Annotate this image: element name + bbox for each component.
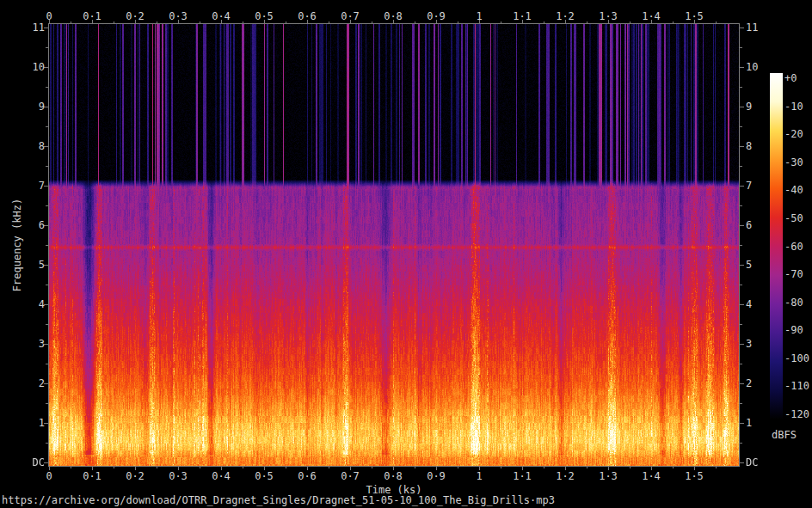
x-axis-minor-tick <box>673 467 674 468</box>
y-axis-tick-label: DC <box>17 457 45 468</box>
y-axis-major-tick <box>740 186 744 187</box>
x-axis-minor-tick <box>544 21 544 23</box>
x-axis-tick-label: 0·6 <box>290 471 324 482</box>
x-axis-tick-label: 1·2 <box>548 11 582 22</box>
y-axis-minor-tick <box>740 443 742 444</box>
y-axis-minor-tick <box>740 205 742 206</box>
y-axis-minor-tick <box>740 324 742 325</box>
x-axis-minor-tick <box>415 21 415 23</box>
x-axis-tick-label: 0·6 <box>290 11 324 22</box>
y-axis-minor-tick <box>46 87 48 88</box>
colorbar-tick-label: -110 <box>784 381 812 392</box>
colorbar-gradient <box>770 73 783 419</box>
x-axis-tick-label: 0·7 <box>333 471 367 482</box>
x-axis-tick-label: 0·8 <box>376 11 410 22</box>
x-axis-tick-label: 0·4 <box>204 11 238 22</box>
x-axis-minor-tick <box>501 21 501 23</box>
spectrogram-screen: 000·10·10·20·20·30·30·40·40·50·50·60·60·… <box>0 0 812 508</box>
y-axis-tick-label: 10 <box>17 62 45 73</box>
y-axis-major-tick <box>740 423 744 424</box>
y-axis-tick-label: 2 <box>17 378 45 389</box>
colorbar-tick-label: -40 <box>784 185 812 196</box>
x-axis-minor-tick <box>372 21 372 23</box>
x-axis-tick-label: 0·5 <box>247 11 281 22</box>
colorbar-tick-label: -10 <box>784 101 812 113</box>
x-axis-tick-label: 0·3 <box>161 11 195 22</box>
x-axis-minor-tick <box>243 21 243 23</box>
y-axis-major-tick <box>740 28 744 28</box>
colorbar-tick-label: -50 <box>784 213 812 224</box>
x-axis-tick-label: 1·4 <box>634 11 668 22</box>
x-axis-tick-label: 1·2 <box>548 471 582 482</box>
x-axis-tick-label: 0 <box>32 471 66 482</box>
x-axis-minor-tick <box>329 21 329 23</box>
x-axis-minor-tick <box>587 467 587 468</box>
source-url-text: https://archive·org/download/OTRR_Dragne… <box>2 495 555 506</box>
y-axis-minor-tick <box>46 47 48 48</box>
colorbar-tick-label: -30 <box>784 157 812 168</box>
x-axis-tick-label: 0·2 <box>118 11 152 22</box>
colorbar-tick-label: -90 <box>784 325 812 336</box>
y-axis-minor-tick <box>46 205 48 206</box>
colorbar-tick-label: -20 <box>784 129 812 140</box>
y-axis-tick-label: 11 <box>746 22 780 34</box>
x-axis-tick-label: 0·9 <box>419 11 453 22</box>
colorbar-tick-label: -60 <box>784 242 812 253</box>
colorbar-tick-label: -120 <box>784 409 812 420</box>
x-axis-tick-label: 0·1 <box>75 471 109 482</box>
y-axis-minor-tick <box>740 403 742 404</box>
x-axis-minor-tick <box>501 467 501 468</box>
colorbar-tick-label: -100 <box>784 353 812 364</box>
x-axis-tick-label: 0·1 <box>75 11 109 22</box>
x-axis-minor-tick <box>157 21 157 23</box>
x-axis-minor-tick <box>114 21 114 23</box>
x-axis-tick-label: 0·7 <box>333 11 367 22</box>
x-axis-minor-tick <box>286 467 286 468</box>
x-axis-minor-tick <box>630 467 631 468</box>
x-axis-minor-tick <box>243 467 243 468</box>
x-axis-minor-tick <box>458 467 458 468</box>
y-axis-minor-tick <box>46 443 48 444</box>
y-axis-label: Frequency (kHz) <box>11 159 23 331</box>
x-axis-tick-label: 0·5 <box>247 471 281 482</box>
y-axis-minor-tick <box>46 166 48 167</box>
y-axis-minor-tick <box>740 245 742 246</box>
x-axis-tick-label: 1·3 <box>591 11 625 22</box>
y-axis-minor-tick <box>740 285 742 285</box>
x-axis-minor-tick <box>587 21 587 23</box>
y-axis-minor-tick <box>740 87 742 88</box>
x-axis-minor-tick <box>716 21 717 23</box>
spectrogram-canvas <box>49 24 739 466</box>
x-axis-minor-tick <box>458 21 458 23</box>
y-axis-major-tick <box>740 462 744 463</box>
y-axis-major-tick <box>740 225 744 226</box>
x-axis-tick-label: 1·3 <box>591 471 625 482</box>
x-axis-minor-tick <box>200 21 200 23</box>
y-axis-minor-tick <box>46 126 48 127</box>
colorbar-unit-label: dBFS <box>772 429 806 441</box>
y-axis-major-tick <box>740 344 744 345</box>
x-axis-minor-tick <box>415 467 415 468</box>
y-axis-tick-label: 11 <box>17 22 45 34</box>
x-axis-minor-tick <box>200 467 200 468</box>
colorbar-tick-label: -70 <box>784 269 812 280</box>
x-axis-minor-tick <box>630 21 631 23</box>
y-axis-minor-tick <box>46 364 48 364</box>
y-axis-tick-label: 3 <box>17 339 45 350</box>
x-axis-minor-tick <box>673 21 674 23</box>
x-axis-tick-label: 1 <box>462 11 496 22</box>
x-axis-tick-label: 0·8 <box>376 471 410 482</box>
y-axis-major-tick <box>740 67 744 68</box>
x-axis-tick-label: 1·1 <box>505 11 539 22</box>
x-axis-tick-label: 1·5 <box>677 11 711 22</box>
x-axis-tick-label: 0·9 <box>419 471 453 482</box>
x-axis-minor-tick <box>372 467 372 468</box>
y-axis-minor-tick <box>46 403 48 404</box>
x-axis-minor-tick <box>329 467 329 468</box>
y-axis-minor-tick <box>46 324 48 325</box>
y-axis-major-tick <box>740 265 744 266</box>
x-axis-tick-label: 1·5 <box>677 471 711 482</box>
y-axis-major-tick <box>740 304 744 305</box>
x-axis-minor-tick <box>286 21 286 23</box>
x-axis-minor-tick <box>157 467 157 468</box>
